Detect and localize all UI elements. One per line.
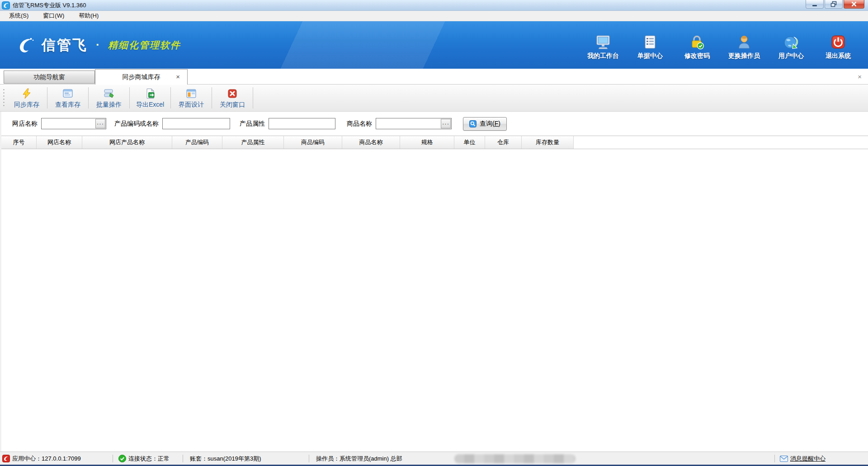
column-header-unit[interactable]: 单位 bbox=[454, 136, 485, 149]
toolbar-view-inventory-button[interactable]: 查看库存 bbox=[48, 85, 88, 111]
window-controls bbox=[806, 0, 864, 9]
banner-actions: 我的工作台 单据中心 修改密码 bbox=[581, 30, 860, 60]
connection-ok-icon bbox=[118, 455, 126, 462]
toolbar-separator bbox=[170, 87, 171, 108]
banner-item-label: 修改密码 bbox=[684, 52, 710, 60]
banner-item-user-center[interactable]: 用户中心 bbox=[769, 34, 813, 60]
toolbar-close-window-button[interactable]: 关闭窗口 bbox=[212, 85, 252, 111]
status-separator bbox=[774, 455, 775, 462]
menu-item-system[interactable]: 系统(S) bbox=[5, 11, 33, 21]
column-header-product-attribute[interactable]: 产品属性 bbox=[222, 136, 284, 149]
banner-item-document-center[interactable]: 单据中心 bbox=[628, 34, 672, 60]
menu-item-help[interactable]: 帮助(H) bbox=[74, 11, 103, 21]
toolbar-separator bbox=[253, 87, 253, 108]
banner-item-label: 用户中心 bbox=[778, 52, 804, 60]
column-header-spec[interactable]: 规格 bbox=[400, 136, 454, 149]
tab-bar: 功能导航窗 同步商城库存 × × bbox=[0, 69, 868, 85]
banner-item-exit-system[interactable]: 退出系统 bbox=[816, 34, 860, 60]
tab-sync-mall-inventory[interactable]: 同步商城库存 × bbox=[95, 69, 188, 85]
query-label-accel-key: F bbox=[495, 120, 499, 127]
filter-bar: 网店名称 ··· 产品编码或名称 产品属性 商品名称 ··· bbox=[1, 112, 868, 136]
close-window-icon bbox=[227, 88, 238, 99]
export-excel-icon bbox=[145, 88, 156, 99]
column-header-stock-qty[interactable]: 库存数量 bbox=[522, 136, 574, 149]
toolbar-button-label: 关闭窗口 bbox=[220, 101, 245, 109]
toolbar-ui-design-button[interactable]: 界面设计 bbox=[171, 85, 211, 111]
tab-close-icon[interactable]: × bbox=[176, 73, 180, 80]
shop-name-field: ··· bbox=[41, 118, 106, 129]
message-center-link[interactable]: 消息提醒中心 bbox=[790, 452, 826, 465]
banner-item-label: 单据中心 bbox=[637, 52, 663, 60]
toolbar-export-excel-button[interactable]: 导出Excel bbox=[130, 85, 170, 111]
redacted-blur bbox=[454, 454, 576, 463]
column-header-shop-product-name[interactable]: 网店产品名称 bbox=[82, 136, 172, 149]
toolbar: 同步库存 查看库存 批量操作 bbox=[0, 85, 868, 112]
inventory-grid: 序号 网店名称 网店产品名称 产品编码 产品属性 商品编码 商品名称 规格 单位… bbox=[1, 136, 868, 452]
column-header-warehouse[interactable]: 仓库 bbox=[485, 136, 522, 149]
panel-close-icon[interactable]: × bbox=[858, 73, 862, 80]
restore-button[interactable] bbox=[825, 0, 843, 9]
tab-label: 同步商城库存 bbox=[123, 73, 160, 81]
column-header-goods-name[interactable]: 商品名称 bbox=[342, 136, 400, 149]
brand-logo-icon bbox=[15, 35, 36, 56]
toolbar-sync-inventory-button[interactable]: 同步库存 bbox=[7, 85, 47, 111]
workstation-monitor-icon bbox=[595, 34, 611, 50]
grid-body-empty[interactable] bbox=[1, 149, 868, 452]
shop-name-input[interactable] bbox=[42, 118, 95, 129]
search-icon bbox=[469, 120, 476, 127]
view-inventory-icon bbox=[62, 88, 73, 99]
banner-item-label: 更换操作员 bbox=[728, 52, 760, 60]
column-header-goods-code[interactable]: 商品编码 bbox=[284, 136, 342, 149]
sync-lightning-icon bbox=[21, 88, 32, 99]
banner-item-switch-operator[interactable]: 更换操作员 bbox=[722, 34, 766, 60]
app-logo-icon bbox=[2, 1, 10, 9]
menu-item-window[interactable]: 窗口(W) bbox=[38, 11, 69, 21]
brand-separator: · bbox=[96, 38, 100, 52]
shop-name-picker-button[interactable]: ··· bbox=[95, 119, 105, 128]
toolbar-batch-operation-button[interactable]: 批量操作 bbox=[89, 85, 129, 111]
close-button[interactable] bbox=[844, 0, 864, 9]
status-app-center: 应用中心：127.0.0.1:7099 bbox=[12, 452, 81, 465]
user-center-globe-icon bbox=[783, 34, 799, 50]
tab-function-navigator[interactable]: 功能导航窗 bbox=[4, 71, 95, 84]
toolbar-button-label: 界面设计 bbox=[179, 101, 204, 109]
goods-name-picker-button[interactable]: ··· bbox=[441, 119, 451, 128]
brand-slogan: 精细化管理软件 bbox=[108, 39, 181, 52]
batch-operation-icon bbox=[104, 88, 114, 99]
menu-bar: 系统(S) 窗口(W) 帮助(H) bbox=[0, 11, 868, 21]
query-button[interactable]: 查询(F) bbox=[463, 117, 507, 131]
status-account: 账套：susan(2019年第3期) bbox=[190, 452, 261, 465]
goods-name-input[interactable] bbox=[376, 118, 441, 129]
document-center-icon bbox=[642, 34, 658, 50]
column-header-shop-name[interactable]: 网店名称 bbox=[37, 136, 82, 149]
toolbar-separator bbox=[212, 87, 212, 108]
goods-name-label: 商品名称 bbox=[347, 120, 372, 128]
shop-name-label: 网店名称 bbox=[12, 120, 38, 128]
product-code-or-name-label: 产品编码或名称 bbox=[114, 120, 159, 128]
switch-operator-icon bbox=[736, 34, 752, 50]
minimize-button[interactable] bbox=[806, 0, 824, 9]
column-header-product-code[interactable]: 产品编码 bbox=[172, 136, 222, 149]
banner-item-label: 我的工作台 bbox=[587, 52, 619, 60]
toolbar-separator bbox=[88, 87, 89, 108]
goods-name-field: ··· bbox=[376, 118, 452, 129]
banner-item-change-password[interactable]: 修改密码 bbox=[675, 34, 719, 60]
brand-block: 信管飞 · 精细化管理软件 bbox=[15, 35, 181, 56]
product-code-or-name-input[interactable] bbox=[163, 118, 230, 129]
product-attribute-field bbox=[269, 118, 335, 129]
toolbar-button-label: 导出Excel bbox=[136, 101, 164, 109]
exit-power-icon bbox=[830, 34, 846, 50]
app-window: 信管飞RMS专业版 V9.1.360 系统(S) 窗口(W) 帮助(H) bbox=[0, 0, 868, 466]
product-attribute-input[interactable] bbox=[269, 118, 335, 129]
restore-icon bbox=[830, 0, 837, 8]
toolbar-separator bbox=[47, 87, 47, 108]
banner-item-label: 退出系统 bbox=[826, 52, 851, 60]
column-header-index[interactable]: 序号 bbox=[1, 136, 37, 149]
password-lock-icon bbox=[689, 34, 705, 50]
ui-design-icon bbox=[186, 88, 197, 99]
tab-label: 功能导航窗 bbox=[33, 73, 65, 81]
message-envelope-icon bbox=[780, 456, 788, 462]
toolbar-grip-handle[interactable] bbox=[3, 88, 5, 108]
banner-item-workbench[interactable]: 我的工作台 bbox=[581, 34, 625, 60]
product-attribute-label: 产品属性 bbox=[240, 120, 265, 128]
